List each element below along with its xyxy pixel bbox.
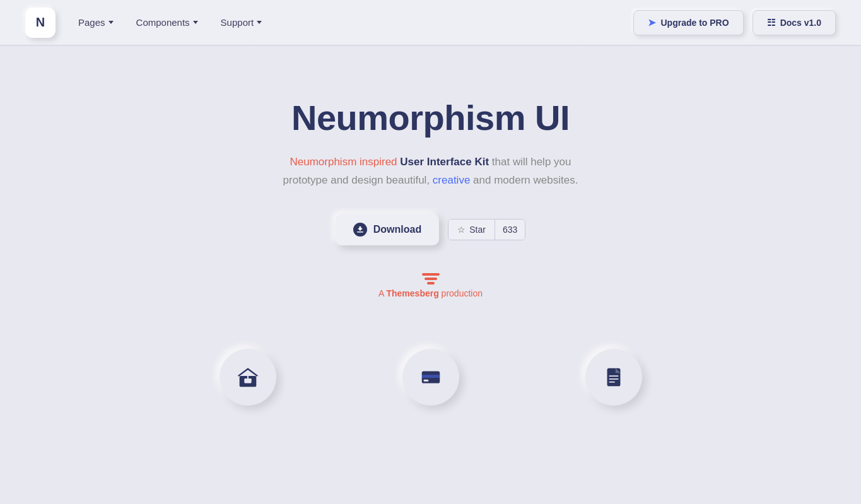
support-nav-item[interactable]: Support (221, 17, 262, 28)
svg-rect-4 (421, 375, 440, 378)
hero-title: Neumorphism UI (291, 97, 570, 138)
support-chevron-icon (257, 21, 262, 24)
send-icon: ➤ (648, 17, 656, 28)
svg-rect-5 (423, 380, 428, 382)
svg-rect-0 (357, 231, 363, 233)
pages-nav-item[interactable]: Pages (78, 17, 114, 28)
document-icon-circle (585, 349, 642, 406)
nav-right: ➤ Upgrade to PRO ☷ Docs v1.0 (633, 10, 836, 35)
docs-button[interactable]: ☷ Docs v1.0 (753, 10, 836, 35)
components-chevron-icon (193, 21, 198, 24)
hero-section: Neumorphism UI Neumorphism inspired User… (0, 47, 861, 336)
components-nav-item[interactable]: Components (136, 17, 198, 28)
navbar: N Pages Components Support ➤ Upgrade to … (0, 0, 861, 45)
star-group: ☆ Star 633 (448, 219, 525, 240)
themesberg-section: A Themesberg production (378, 273, 483, 298)
card-icon-circle (402, 349, 459, 406)
upgrade-button[interactable]: ➤ Upgrade to PRO (633, 10, 744, 35)
hero-actions: Download ☆ Star 633 (336, 214, 525, 245)
logo-bar-2 (425, 278, 437, 280)
subtitle-part1: Neumorphism inspired (290, 156, 401, 168)
svg-rect-2 (244, 378, 251, 384)
star-icon: ☆ (457, 225, 466, 235)
download-button[interactable]: Download (336, 214, 439, 245)
logo[interactable]: N (25, 8, 56, 38)
logo-bar-3 (427, 282, 435, 284)
docs-icon: ☷ (767, 17, 775, 28)
bottom-icons-section (0, 336, 861, 418)
hero-subtitle: Neumorphism inspired User Interface Kit … (283, 153, 578, 190)
box-icon (236, 365, 260, 389)
card-icon (419, 365, 443, 389)
star-count: 633 (495, 220, 525, 240)
themesberg-brand: Themesberg (386, 288, 438, 298)
subtitle-bold: User Interface Kit (400, 156, 489, 168)
download-icon (353, 223, 367, 237)
box-icon-circle (220, 349, 276, 406)
logo-bar-1 (422, 273, 440, 276)
themesberg-attribution: A Themesberg production (378, 288, 483, 298)
svg-rect-6 (607, 368, 620, 387)
star-button[interactable]: ☆ Star (448, 220, 495, 240)
pages-chevron-icon (108, 21, 114, 24)
nav-left: N Pages Components Support (25, 8, 262, 38)
document-icon (602, 365, 626, 389)
themesberg-logo (422, 273, 440, 284)
